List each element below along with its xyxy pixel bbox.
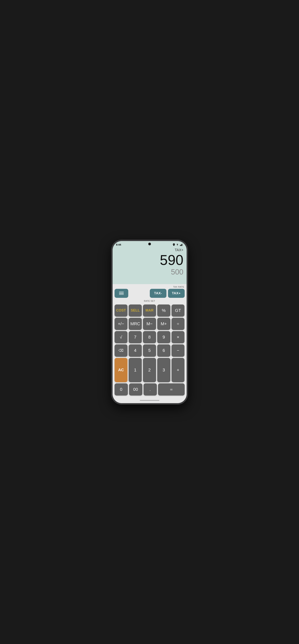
key-row-5: AC 1 2 3 +	[114, 358, 185, 382]
key-00[interactable]: 00	[129, 384, 142, 396]
svg-rect-3	[182, 244, 183, 246]
key-9[interactable]: 9	[157, 331, 170, 343]
cost-button[interactable]: COST	[114, 304, 128, 316]
tax-rate-label: TAX RATE	[173, 286, 184, 288]
wifi-icon	[176, 244, 179, 246]
multiply-button[interactable]: ×	[172, 331, 185, 343]
divide-button[interactable]: ÷	[172, 318, 185, 330]
sub-display: 500	[116, 268, 184, 276]
phone-frame: 8:44 TAX+ 590 500	[112, 240, 188, 404]
home-bar	[140, 400, 160, 401]
key-row-4: ⌫ 4 5 6 −	[114, 344, 185, 356]
key-0[interactable]: 0	[114, 384, 128, 396]
key-4[interactable]: 4	[129, 344, 142, 356]
mrc-button[interactable]: MRC	[129, 318, 142, 330]
menu-line-2	[119, 293, 124, 294]
svg-rect-0	[180, 245, 180, 246]
rate-set-label: RATE SET	[114, 300, 185, 302]
key-1[interactable]: 1	[129, 358, 142, 382]
svg-rect-2	[182, 244, 182, 246]
keypad: COST SELL MAR % GT +/− MRC M− M+ ÷ √ 7 8…	[112, 303, 186, 398]
key-6[interactable]: 6	[157, 344, 170, 356]
home-indicator	[112, 398, 186, 403]
location-icon	[173, 244, 175, 246]
display-area: TAX+ 590 500	[112, 241, 186, 284]
menu-button[interactable]	[114, 289, 128, 298]
key-8[interactable]: 8	[143, 331, 156, 343]
sell-button[interactable]: SELL	[129, 304, 142, 316]
controls-area: TAX RATE TAX- TAX+ RATE SET	[112, 284, 186, 303]
equals-button[interactable]: ＝	[158, 384, 185, 396]
key-5[interactable]: 5	[143, 344, 156, 356]
camera-notch	[148, 242, 151, 245]
key-row-1: COST SELL MAR % GT	[114, 304, 185, 316]
app-container: TAX+ 590 500 TAX RATE TAX- TAX+	[112, 241, 186, 403]
percent-button[interactable]: %	[157, 304, 170, 316]
right-controls: TAX RATE TAX- TAX+	[150, 286, 185, 298]
m-plus-button[interactable]: M+	[157, 318, 170, 330]
sqrt-button[interactable]: √	[114, 331, 128, 343]
tax-button-row: TAX- TAX+	[150, 289, 185, 298]
key-row-6: 0 00 . ＝	[114, 384, 185, 396]
backspace-button[interactable]: ⌫	[114, 344, 128, 356]
subtract-button[interactable]: −	[172, 344, 185, 356]
status-time: 8:44	[116, 243, 121, 246]
status-icons	[173, 244, 183, 246]
key-row-2: +/− MRC M− M+ ÷	[114, 318, 185, 330]
key-3[interactable]: 3	[157, 358, 170, 382]
menu-line-1	[119, 292, 124, 292]
key-2[interactable]: 2	[143, 358, 156, 382]
add-button[interactable]: +	[172, 358, 185, 382]
ac-button[interactable]: AC	[114, 358, 128, 382]
controls-top-row: TAX RATE TAX- TAX+	[114, 286, 185, 298]
signal-icon	[180, 244, 183, 246]
key-7[interactable]: 7	[129, 331, 142, 343]
m-minus-button[interactable]: M−	[143, 318, 156, 330]
plus-minus-button[interactable]: +/−	[114, 318, 128, 330]
mar-button[interactable]: MAR	[143, 304, 156, 316]
gt-button[interactable]: GT	[172, 304, 185, 316]
tax-minus-button[interactable]: TAX-	[150, 289, 166, 298]
key-row-3: √ 7 8 9 ×	[114, 331, 185, 343]
menu-line-3	[119, 294, 124, 295]
tax-plus-button[interactable]: TAX+	[168, 289, 185, 298]
tax-mode-label: TAX+	[116, 248, 184, 252]
decimal-button[interactable]: .	[144, 384, 157, 396]
main-display: 590	[116, 253, 184, 267]
svg-rect-1	[181, 244, 181, 246]
